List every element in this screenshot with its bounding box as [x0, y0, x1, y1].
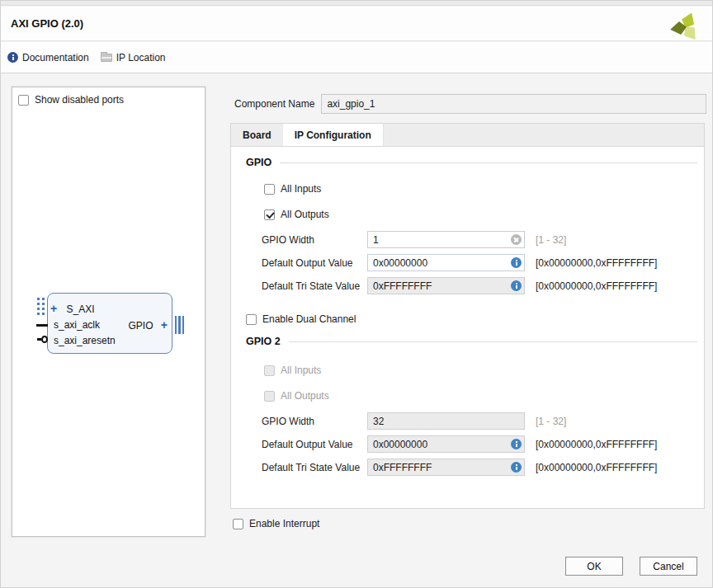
all-inputs-label: All Inputs [281, 183, 321, 195]
axi-gpio-dialog: AXI GPIO (2.0) Documentation IP Location [0, 0, 713, 588]
ip-configuration-content: GPIO All Inputs All Outputs GPIO Width [… [231, 147, 704, 476]
gpio-interface-connector-icon [175, 316, 185, 334]
default-output-range: [0x00000000,0xFFFFFFFF] [536, 257, 657, 269]
default-output-label: Default Output Value [262, 257, 367, 269]
component-name-input[interactable] [321, 94, 706, 114]
gpio-section-header: GPIO [246, 157, 697, 168]
checkbox-icon[interactable] [18, 95, 29, 106]
gpio2-default-tristate-label: Default Tri State Value [262, 462, 367, 473]
documentation-label: Documentation [22, 52, 89, 64]
gpio2-all-inputs-label: All Inputs [281, 365, 321, 376]
all-inputs-checkbox-row[interactable]: All Inputs [264, 183, 697, 195]
checkbox-disabled-icon [264, 365, 275, 376]
s-axi-port-label: S_AXI [67, 303, 95, 315]
checkbox-icon[interactable] [233, 519, 243, 529]
gpio2-width-label: GPIO Width [262, 416, 367, 427]
ip-block-symbol: + S_AXI s_axi_aclk s_axi_aresetn GPIO + [47, 293, 172, 354]
s-axi-interface-connector-icon [37, 298, 46, 315]
default-output-input[interactable] [367, 254, 525, 271]
info-icon[interactable] [511, 462, 522, 473]
tab-ip-configuration[interactable]: IP Configuration [283, 124, 384, 146]
all-outputs-label: All Outputs [281, 209, 329, 220]
ip-symbol-panel: Show disabled ports + S_AXI [12, 87, 205, 537]
documentation-button[interactable]: Documentation [7, 52, 89, 64]
reset-pin-icon [37, 336, 48, 343]
checkbox-disabled-icon [264, 391, 275, 402]
enable-dual-channel-label: Enable Dual Channel [262, 313, 356, 325]
show-disabled-ports-label: Show disabled ports [35, 94, 124, 106]
section-divider [289, 341, 697, 342]
show-disabled-ports-checkbox[interactable]: Show disabled ports [18, 94, 124, 106]
clock-port-label: s_axi_aclk [54, 319, 100, 331]
gpio2-default-output-row: Default Output Value [0x00000000,0xFFFFF… [262, 435, 697, 453]
gpio-width-row: GPIO Width [1 - 32] [262, 231, 697, 248]
info-icon[interactable] [511, 439, 522, 449]
gpio2-section-title: GPIO 2 [246, 336, 281, 347]
gpio2-default-output-range: [0x00000000,0xFFFFFFFF] [536, 439, 657, 450]
enable-interrupt-label: Enable Interrupt [249, 518, 319, 529]
info-icon[interactable] [511, 257, 522, 268]
gpio2-all-outputs-checkbox-row: All Outputs [264, 390, 697, 402]
gpio-width-input[interactable] [367, 231, 525, 248]
gpio2-default-tristate-range: [0x00000000,0xFFFFFFFF] [536, 462, 657, 473]
gpio2-default-tristate-input [367, 459, 525, 476]
component-name-label: Component Name [234, 98, 314, 110]
gpio2-default-output-input [367, 435, 525, 453]
gpio-port-row[interactable]: GPIO + [128, 318, 168, 332]
default-output-row: Default Output Value [0x00000000,0xFFFFF… [262, 254, 697, 271]
gpio-section-title: GPIO [246, 157, 272, 168]
gpio2-width-row: GPIO Width [1 - 32] [262, 412, 697, 430]
clock-pin-icon [36, 324, 48, 327]
component-name-row: Component Name [234, 94, 706, 114]
dialog-title-bar: AXI GPIO (2.0) [1, 7, 713, 41]
info-icon[interactable] [511, 280, 522, 291]
folder-icon [101, 54, 112, 62]
enable-interrupt-checkbox-row[interactable]: Enable Interrupt [233, 518, 319, 529]
enable-dual-channel-checkbox-row[interactable]: Enable Dual Channel [246, 313, 697, 325]
default-tristate-input [367, 277, 525, 294]
reset-port-label: s_axi_aresetn [54, 335, 116, 346]
clear-icon[interactable] [511, 234, 522, 245]
default-tristate-range: [0x00000000,0xFFFFFFFF] [536, 280, 657, 292]
checkbox-icon[interactable] [264, 184, 275, 195]
configuration-panel: Board IP Configuration GPIO All Inputs A… [230, 123, 705, 509]
gpio-width-label: GPIO Width [262, 234, 367, 246]
gpio2-default-tristate-row: Default Tri State Value [0x00000000,0xFF… [262, 459, 697, 476]
gpio2-all-inputs-checkbox-row: All Inputs [264, 365, 697, 376]
gpio2-width-input [367, 412, 525, 430]
vivado-ip-logo-icon [668, 9, 704, 45]
gpio-width-range: [1 - 32] [536, 234, 566, 246]
gpio2-all-outputs-label: All Outputs [281, 390, 329, 402]
dialog-toolbar: Documentation IP Location [1, 42, 713, 73]
tab-strip: Board IP Configuration [231, 124, 704, 147]
gpio2-section-header: GPIO 2 [246, 336, 697, 347]
gpio2-width-range: [1 - 32] [536, 416, 566, 427]
expand-plus-icon[interactable]: + [161, 318, 168, 332]
s-axi-port-row[interactable]: + S_AXI [48, 301, 172, 316]
window-top-edge [1, 1, 713, 6]
section-divider [280, 162, 697, 163]
checkbox-icon[interactable] [246, 314, 257, 325]
tab-board[interactable]: Board [231, 124, 283, 146]
ip-location-button[interactable]: IP Location [101, 52, 166, 64]
gpio-port-label: GPIO [128, 320, 153, 332]
gpio2-default-output-label: Default Output Value [262, 439, 367, 450]
expand-plus-icon[interactable]: + [50, 302, 57, 315]
ok-button[interactable]: OK [565, 557, 623, 576]
documentation-info-icon [7, 52, 18, 63]
default-tristate-row: Default Tri State Value [0x00000000,0xFF… [262, 277, 697, 294]
all-outputs-checkbox-row[interactable]: All Outputs [264, 209, 697, 220]
dialog-title: AXI GPIO (2.0) [11, 17, 83, 30]
default-tristate-label: Default Tri State Value [262, 280, 367, 292]
checkbox-checked-icon[interactable] [264, 209, 275, 220]
dialog-button-bar: OK Cancel [565, 557, 697, 576]
cancel-button[interactable]: Cancel [640, 557, 697, 576]
ip-location-label: IP Location [116, 52, 166, 64]
reset-port-row: s_axi_aresetn [48, 333, 172, 348]
